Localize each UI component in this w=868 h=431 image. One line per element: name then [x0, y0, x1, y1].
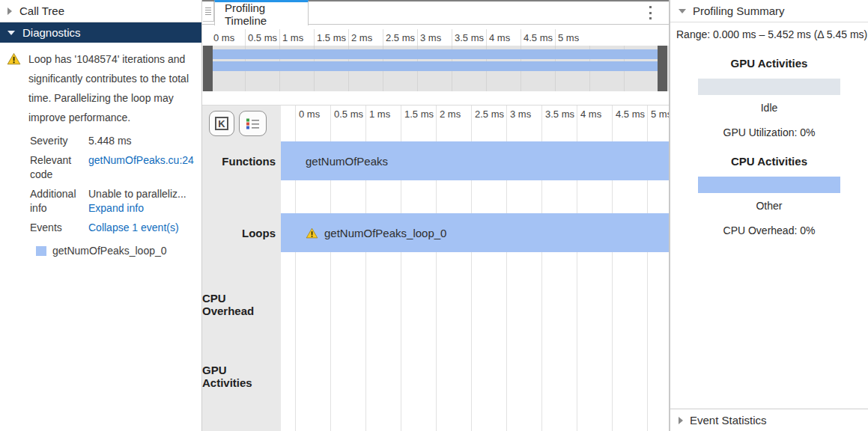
ruler-tick — [348, 29, 349, 46]
ruler-tick — [452, 29, 452, 46]
relevant-code-link[interactable]: getNumOfPeaks.cu:24 — [88, 153, 201, 182]
ruler-tick-label: 2.5 ms — [386, 32, 415, 43]
ruler-tick-label: 4.5 ms — [523, 32, 553, 43]
ruler-tick-label: 3 ms — [510, 108, 531, 120]
diagnostic-warning: Loop has '1048574' iterations and signif… — [0, 43, 201, 127]
timeline-row-labels: K Functions Loops CPU Overhead GPU Activ… — [202, 106, 281, 431]
ruler-tick-label: 0.5 ms — [334, 108, 363, 120]
timeline-bar-functions[interactable]: getNumOfPeaks — [281, 141, 669, 180]
legend-list-button[interactable] — [239, 111, 267, 136]
functions-bar-label: getNumOfPeaks — [306, 155, 388, 168]
ruler-tick-label: 0 ms — [213, 32, 234, 43]
tab-label: Profiling Timeline — [225, 1, 308, 27]
overview-activity-stripe-loops — [213, 61, 658, 71]
gpu-activities-heading: GPU Activities — [670, 57, 868, 70]
ruler-tick-label: 4.5 ms — [616, 108, 645, 120]
ruler-tick-label: 1 ms — [282, 32, 303, 43]
ruler-tick-label: 1.5 ms — [317, 32, 346, 43]
chevron-down-icon — [679, 9, 686, 13]
chevron-right-icon — [7, 7, 12, 15]
profiler-window: Call Tree Diagnostics Loop has '1048574'… — [0, 0, 868, 431]
cpu-bar-label: Other — [670, 200, 868, 212]
legend-list-icon — [246, 117, 260, 129]
warning-message: Loop has '1048574' iterations and signif… — [28, 49, 197, 127]
range-handle-left[interactable] — [203, 46, 213, 91]
tab-bar: Profiling Timeline — [202, 0, 669, 25]
row-label-gpu-activities: GPU Activities — [202, 357, 276, 396]
ruler-tick-label: 0.5 ms — [248, 32, 277, 43]
row-label-functions: Functions — [202, 141, 276, 180]
tab-profiling-timeline[interactable]: Profiling Timeline — [214, 0, 309, 25]
ruler-tick-label: 2 ms — [351, 32, 372, 43]
event-name: getNumOfPeaks_loop_0 — [52, 245, 167, 257]
profiling-summary-header[interactable]: Profiling Summary — [670, 0, 868, 22]
collapse-events-link[interactable]: Collapse 1 event(s) — [88, 221, 201, 235]
timeline-bar-loops[interactable]: getNumOfPeaks_loop_0 — [281, 213, 669, 252]
ruler-tick-label: 5 ms — [558, 32, 579, 43]
ruler-tick-label: 4 ms — [580, 108, 601, 120]
timeline-main-area: K Functions Loops CPU Overhead GPU Activ… — [202, 105, 669, 431]
loops-bar-label: getNumOfPeaks_loop_0 — [324, 227, 446, 239]
additional-info-truncated: Unable to paralleliz... — [88, 188, 186, 200]
diagnostics-panel: Call Tree Diagnostics Loop has '1048574'… — [0, 0, 202, 431]
cpu-activities-heading: CPU Activities — [670, 155, 868, 168]
ruler-tick — [521, 29, 521, 46]
row-label-loops: Loops — [202, 213, 276, 252]
overview-minimap[interactable] — [202, 46, 669, 91]
range-handle-right[interactable] — [658, 46, 667, 91]
relevant-code-label: Relevant code — [30, 153, 88, 182]
keyboard-shortcuts-button[interactable]: K — [209, 111, 234, 136]
ruler-tick — [417, 29, 418, 46]
ruler-tick — [279, 29, 280, 46]
ruler-tick-label: 1.5 ms — [404, 108, 434, 120]
ruler-tick-label: 3.5 ms — [545, 108, 574, 120]
ruler-tick — [555, 29, 556, 46]
grip-icon — [205, 7, 211, 16]
overview-activity-stripe-functions — [213, 49, 658, 59]
ruler-tick-label: 0 ms — [299, 108, 320, 120]
warning-icon — [7, 49, 28, 127]
event-color-swatch — [36, 246, 46, 256]
diagnostics-section-header[interactable]: Diagnostics — [0, 22, 201, 43]
event-statistics-header[interactable]: Event Statistics — [670, 409, 868, 431]
ruler-tick — [486, 29, 487, 46]
expand-info-link[interactable]: Expand info — [88, 202, 144, 214]
chevron-right-icon — [679, 417, 683, 424]
timeline-track: getNumOfPeaks getNumOfPeaks_loop_0 0 ms0… — [281, 106, 669, 431]
keyboard-k-icon: K — [215, 117, 228, 130]
events-label: Events — [30, 221, 88, 235]
gpu-idle-bar — [698, 79, 840, 95]
additional-info-label: Additional info — [30, 187, 88, 216]
ruler-tick-label: 4 ms — [489, 32, 510, 43]
ruler-tick — [383, 29, 383, 46]
gpu-utilization-stat: GPU Utilization: 0% — [670, 126, 868, 138]
gpu-bar-label: Idle — [670, 102, 868, 114]
row-label-cpu-overhead: CPU Overhead — [202, 285, 276, 324]
ruler-tick-label: 3.5 ms — [455, 32, 484, 43]
panel-grip-handle[interactable] — [203, 1, 214, 22]
cpu-other-bar — [698, 177, 840, 193]
kebab-menu-icon[interactable] — [649, 6, 652, 19]
ruler-tick-label: 1 ms — [369, 108, 390, 120]
overview-ruler: 0 ms0.5 ms1 ms1.5 ms2 ms2.5 ms3 ms3.5 ms… — [202, 25, 669, 46]
event-list-item[interactable]: getNumOfPeaks_loop_0 — [36, 245, 201, 257]
warning-icon — [306, 227, 318, 239]
ruler-tick — [245, 29, 246, 46]
range-text: Range: 0.000 ms – 5.452 ms (Δ 5.45 ms) — [670, 22, 868, 40]
profiling-timeline-panel: Profiling Timeline 0 ms0.5 ms1 ms1.5 ms2… — [202, 0, 670, 431]
ruler-tick-label: 2.5 ms — [475, 108, 504, 120]
severity-value: 5.448 ms — [88, 134, 201, 148]
ruler-tick — [314, 29, 315, 46]
ruler-tick-label: 2 ms — [440, 108, 461, 120]
diagnostics-label: Diagnostics — [22, 26, 81, 39]
profiling-summary-panel: Profiling Summary Range: 0.000 ms – 5.45… — [670, 0, 868, 431]
profiling-summary-title: Profiling Summary — [693, 4, 785, 17]
diagnostic-details: Severity 5.448 ms Relevant code getNumOf… — [30, 134, 201, 235]
event-statistics-label: Event Statistics — [690, 414, 767, 427]
severity-label: Severity — [30, 134, 88, 148]
additional-info-value: Unable to paralleliz... Expand info — [88, 187, 201, 216]
chevron-down-icon — [7, 31, 15, 35]
ruler-tick-label: 5 ms — [651, 108, 669, 120]
call-tree-label: Call Tree — [19, 4, 64, 17]
call-tree-section-header[interactable]: Call Tree — [0, 0, 201, 22]
